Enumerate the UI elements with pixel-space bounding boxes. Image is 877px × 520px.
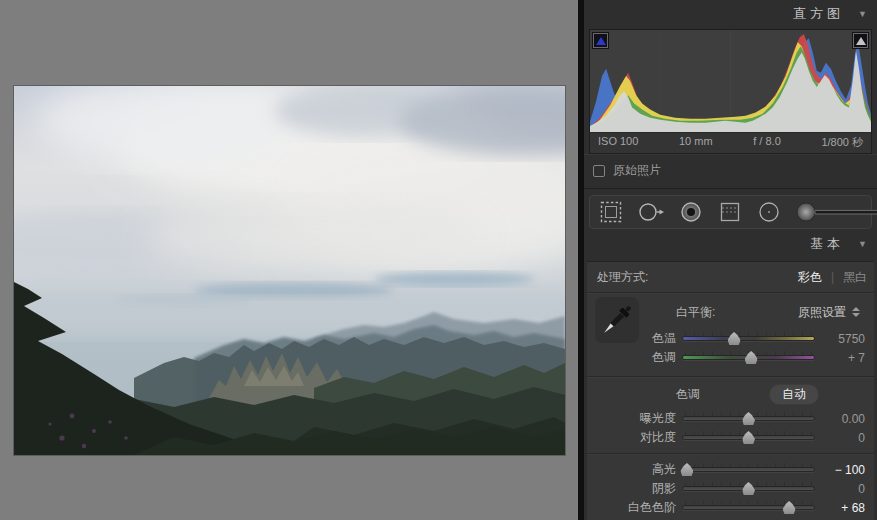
- white-balance-section: 白平衡: 原照设置 色温 5750: [587, 293, 874, 376]
- tint-label: 色调: [590, 349, 676, 366]
- original-photo-label: 原始照片: [613, 162, 661, 179]
- shadows-slider[interactable]: [682, 486, 815, 491]
- histogram-title: 直方图: [793, 5, 844, 23]
- red-eye-icon: [678, 199, 704, 225]
- treatment-color-option[interactable]: 彩色: [798, 269, 822, 286]
- exif-iso: ISO 100: [598, 135, 638, 150]
- shadow-clipping-icon: [596, 37, 606, 45]
- tint-slider[interactable]: [682, 355, 815, 360]
- treatment-row: 处理方式: 彩色 | 黑白: [587, 262, 874, 292]
- wb-preset-dropdown[interactable]: 原照设置: [798, 304, 860, 321]
- exif-focal-length: 10 mm: [679, 135, 713, 150]
- contrast-slider[interactable]: [682, 435, 815, 440]
- crop-icon: [598, 199, 624, 225]
- contrast-slider-row: 对比度 0: [587, 428, 874, 447]
- graduated-filter-tool[interactable]: [717, 199, 743, 225]
- spinner-arrows-icon: [852, 307, 860, 317]
- wb-label: 白平衡:: [676, 304, 715, 321]
- highlights-value: − 100: [821, 463, 871, 477]
- temp-value: 5750: [821, 332, 871, 346]
- original-photo-checkbox[interactable]: [593, 165, 605, 177]
- exposure-value: 0.00: [821, 412, 871, 426]
- collapse-triangle-icon[interactable]: ▼: [858, 239, 867, 249]
- whites-value: + 68: [821, 501, 871, 515]
- toolstrip: [589, 195, 872, 229]
- highlight-clipping-indicator[interactable]: [853, 33, 868, 48]
- histogram-graphic: [590, 30, 871, 132]
- spot-removal-tool[interactable]: [637, 199, 665, 225]
- highlight-clipping-icon: [856, 37, 866, 45]
- tone-section: 色调 自动 曝光度 0.00 对比度: [587, 377, 874, 520]
- radial-filter-tool[interactable]: [756, 199, 782, 225]
- slider-ticks: [685, 463, 812, 467]
- slider-ticks: [685, 501, 812, 505]
- histogram-plot[interactable]: [590, 30, 871, 132]
- contrast-label: 对比度: [590, 429, 676, 446]
- lightroom-develop-window: 直方图 ▼ ISO: [0, 0, 877, 520]
- shadows-slider-row: 阴影 0: [587, 479, 874, 498]
- contrast-value: 0: [821, 431, 871, 445]
- exif-aperture: f / 8.0: [753, 135, 781, 150]
- slider-ticks: [685, 332, 812, 336]
- radial-filter-icon: [756, 199, 782, 225]
- exposure-label: 曝光度: [590, 410, 676, 427]
- exif-info-row: ISO 100 10 mm f / 8.0 1/800 秒: [590, 132, 871, 153]
- landscape-photo-graphic: [14, 86, 565, 455]
- tint-slider-row: 色调 + 7: [587, 348, 874, 367]
- histogram-header[interactable]: 直方图 ▼: [584, 0, 877, 28]
- highlights-slider[interactable]: [682, 467, 815, 472]
- graduated-filter-icon: [717, 199, 743, 225]
- shadows-value: 0: [821, 482, 871, 496]
- shadows-label: 阴影: [590, 480, 676, 497]
- highlights-label: 高光: [590, 461, 676, 478]
- basic-header[interactable]: 基本 ▼: [584, 229, 877, 259]
- temp-slider[interactable]: [682, 336, 815, 341]
- highlights-slider-row: 高光 − 100: [587, 460, 874, 479]
- whites-slider[interactable]: [682, 505, 815, 510]
- photo-canvas: [0, 0, 578, 520]
- photo[interactable]: [14, 86, 565, 455]
- original-photo-row: 原始照片: [584, 154, 877, 189]
- wb-eyedropper-button[interactable]: [595, 297, 639, 343]
- crop-overlay-tool[interactable]: [598, 199, 624, 225]
- histogram-panel: ISO 100 10 mm f / 8.0 1/800 秒: [589, 29, 872, 154]
- tone-header-row: 色调 自动: [587, 381, 874, 407]
- right-panel: 直方图 ▼ ISO: [584, 0, 877, 520]
- wb-preset-value: 原照设置: [798, 304, 846, 321]
- shadow-clipping-indicator[interactable]: [593, 33, 608, 48]
- basic-title: 基本: [810, 235, 844, 253]
- whites-label: 白色色阶: [590, 499, 676, 516]
- tone-label: 色调: [676, 386, 700, 403]
- collapse-triangle-icon[interactable]: ▼: [858, 9, 867, 19]
- basic-panel: 处理方式: 彩色 | 黑白: [587, 261, 874, 520]
- eyedropper-icon: [595, 298, 639, 342]
- tint-value: + 7: [821, 351, 871, 365]
- treatment-divider: |: [831, 270, 834, 284]
- red-eye-tool[interactable]: [678, 199, 704, 225]
- adjustment-brush-icon: [795, 199, 877, 225]
- spot-removal-icon: [637, 199, 665, 225]
- exposure-slider[interactable]: [682, 416, 815, 421]
- adjustment-brush-tool[interactable]: [795, 199, 877, 225]
- treatment-bw-option[interactable]: 黑白: [843, 269, 867, 286]
- exif-shutter: 1/800 秒: [821, 135, 863, 150]
- auto-tone-button[interactable]: 自动: [769, 384, 819, 405]
- exposure-slider-row: 曝光度 0.00: [587, 409, 874, 428]
- whites-slider-row: 白色色阶 + 68: [587, 498, 874, 517]
- treatment-label: 处理方式:: [597, 269, 648, 286]
